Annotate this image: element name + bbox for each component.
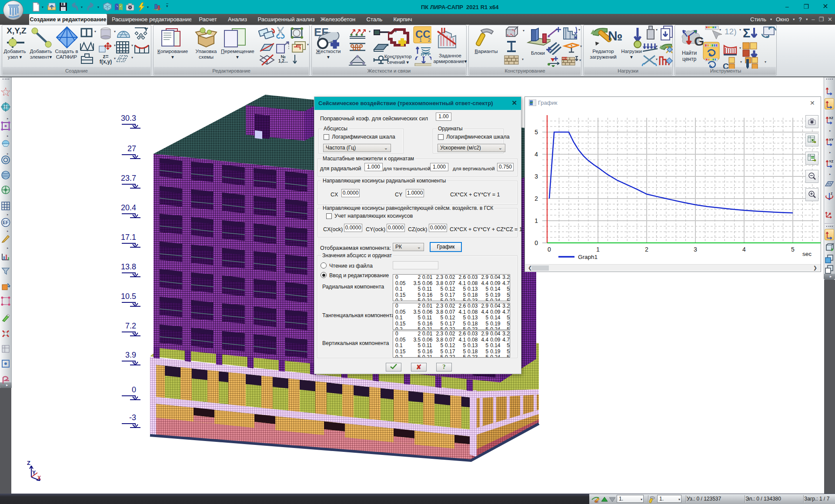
svg-text:Y: Y	[32, 470, 36, 476]
svg-text:4: 4	[534, 151, 538, 158]
svg-text:3: 3	[534, 173, 538, 180]
svg-text:17.1: 17.1	[121, 233, 136, 242]
svg-text:27: 27	[127, 144, 136, 153]
svg-text:2: 2	[534, 195, 538, 202]
svg-text:Z: Z	[27, 460, 30, 466]
svg-text:7.2: 7.2	[125, 322, 136, 330]
svg-text:Graph1: Graph1	[578, 254, 598, 260]
svg-text:-3: -3	[129, 413, 136, 422]
svg-text:X: X	[37, 475, 41, 481]
svg-text:5: 5	[534, 129, 538, 136]
svg-text:EF: EF	[3, 220, 9, 225]
svg-text:Z: Z	[831, 192, 833, 195]
svg-text:5: 5	[791, 246, 795, 253]
svg-text:10.5: 10.5	[121, 292, 136, 301]
svg-text:sec: sec	[802, 251, 812, 257]
svg-text:30.3: 30.3	[121, 114, 136, 123]
svg-text:4: 4	[742, 246, 746, 253]
svg-text:№: №	[595, 500, 598, 503]
svg-text:XY: XY	[829, 138, 834, 142]
svg-text:1: 1	[534, 217, 538, 224]
svg-text:23.7: 23.7	[121, 174, 136, 182]
svg-text:0: 0	[534, 239, 538, 246]
svg-text:13.8: 13.8	[121, 262, 136, 271]
svg-text:3.9: 3.9	[125, 351, 136, 359]
svg-text:0: 0	[132, 385, 136, 394]
svg-text:2: 2	[645, 246, 648, 253]
svg-text:1: 1	[596, 246, 600, 253]
svg-text:XZ: XZ	[829, 116, 833, 120]
svg-text:20.4: 20.4	[121, 203, 136, 212]
svg-text:3: 3	[694, 246, 697, 253]
svg-text:0: 0	[548, 246, 551, 253]
svg-text:YZ: YZ	[829, 159, 833, 163]
